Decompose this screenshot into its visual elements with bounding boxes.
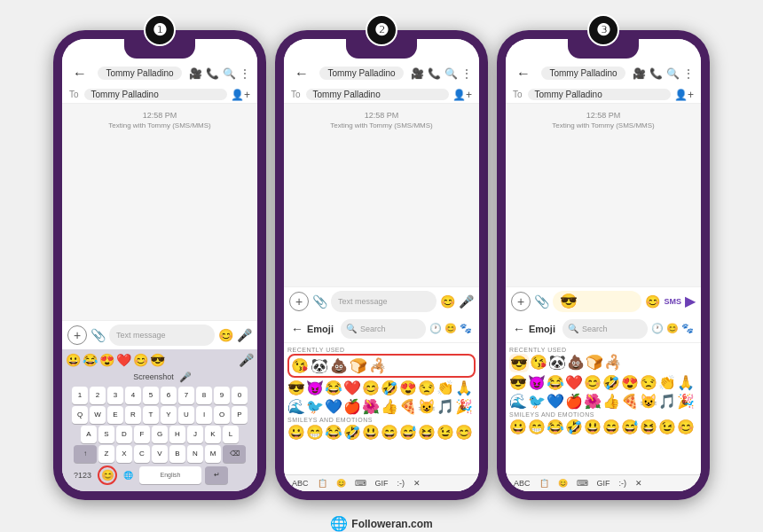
g3-17[interactable]: 🍕 bbox=[621, 393, 639, 410]
keyboard-tab-2[interactable]: ⌨ bbox=[352, 478, 369, 489]
key-s[interactable]: S bbox=[98, 426, 114, 443]
sm-1[interactable]: 😀 bbox=[287, 424, 305, 441]
abc-tab-3[interactable]: ABC bbox=[511, 478, 533, 489]
g3-15[interactable]: 🌺 bbox=[584, 393, 602, 410]
recent-emoji-5[interactable]: 🦂 bbox=[369, 357, 387, 374]
more-icon-1[interactable]: ⋮ bbox=[240, 67, 250, 80]
emoji-btn-1[interactable]: 😊 bbox=[218, 328, 233, 342]
eg-2[interactable]: 😈 bbox=[306, 379, 324, 396]
recent-emoji-1[interactable]: 😘 bbox=[291, 357, 309, 374]
sm3-6[interactable]: 😄 bbox=[602, 419, 620, 435]
close-tab-2[interactable]: ✕ bbox=[411, 478, 423, 489]
g3-2[interactable]: 😈 bbox=[528, 374, 546, 391]
sm3-8[interactable]: 😆 bbox=[640, 419, 657, 435]
g3-16[interactable]: 👍 bbox=[602, 393, 620, 410]
video-icon-1[interactable]: 🎥 bbox=[189, 67, 202, 80]
key-7[interactable]: 7 bbox=[178, 387, 194, 404]
eg-17[interactable]: 🍕 bbox=[399, 398, 417, 415]
recent-icon-3[interactable]: 🕐 bbox=[651, 323, 664, 334]
recent-emoji-h5[interactable]: 🍞 bbox=[586, 354, 603, 372]
eg-20[interactable]: 🎉 bbox=[455, 398, 473, 415]
globe-btn-1[interactable]: 🌐 bbox=[121, 470, 136, 481]
add-btn-1[interactable]: + bbox=[67, 325, 87, 345]
key-h[interactable]: H bbox=[169, 426, 185, 443]
key-z[interactable]: Z bbox=[98, 445, 114, 463]
text-field-3[interactable]: 😎 bbox=[553, 291, 641, 312]
add-recipient-icon-2[interactable]: 👤+ bbox=[452, 89, 472, 101]
eg-3[interactable]: 😂 bbox=[325, 379, 342, 396]
key-m[interactable]: M bbox=[205, 445, 221, 463]
key-w[interactable]: W bbox=[90, 406, 106, 424]
clipboard-tab-3[interactable]: 📋 bbox=[537, 478, 552, 489]
call-icon-2[interactable]: 📞 bbox=[428, 67, 441, 80]
eg-12[interactable]: 🐦 bbox=[306, 398, 324, 415]
sm-5[interactable]: 😃 bbox=[362, 424, 380, 441]
more-icon-2[interactable]: ⋮ bbox=[461, 67, 472, 80]
video-icon-2[interactable]: 🎥 bbox=[411, 67, 424, 80]
sm3-7[interactable]: 😅 bbox=[621, 419, 639, 435]
emoji-cat-icon-2[interactable]: 😊 bbox=[444, 323, 457, 334]
sm-10[interactable]: 😊 bbox=[455, 424, 473, 441]
recent-emoji-h6[interactable]: 🦂 bbox=[604, 354, 622, 372]
eg-19[interactable]: 🎵 bbox=[437, 398, 454, 415]
sm3-3[interactable]: 😂 bbox=[547, 419, 564, 435]
add-recipient-icon-1[interactable]: 👤+ bbox=[231, 89, 250, 101]
search-icon-2[interactable]: 🔍 bbox=[444, 67, 458, 80]
eg-9[interactable]: 👏 bbox=[437, 379, 454, 396]
eg-16[interactable]: 👍 bbox=[381, 398, 398, 415]
back-button-2[interactable]: ← bbox=[291, 64, 312, 83]
sm3-2[interactable]: 😁 bbox=[528, 419, 546, 435]
quick-emoji-5[interactable]: 😊 bbox=[133, 353, 148, 367]
eg-18[interactable]: 😺 bbox=[418, 398, 436, 415]
animal-cat-icon-2[interactable]: 🐾 bbox=[460, 323, 472, 334]
key-a[interactable]: A bbox=[81, 426, 97, 443]
recent-emoji-h1[interactable]: 😎 bbox=[509, 354, 529, 372]
key-x[interactable]: X bbox=[116, 445, 132, 463]
sticker-btn-2[interactable]: 📎 bbox=[312, 294, 327, 309]
g3-8[interactable]: 😒 bbox=[640, 374, 657, 391]
eg-10[interactable]: 🙏 bbox=[455, 379, 473, 396]
space-key-1[interactable]: English bbox=[139, 466, 201, 484]
close-tab-3[interactable]: ✕ bbox=[633, 478, 645, 489]
add-btn-3[interactable]: + bbox=[511, 292, 531, 311]
emoji-cat-icon-3[interactable]: 😊 bbox=[666, 323, 679, 334]
recent-emoji-h2[interactable]: 😘 bbox=[530, 354, 547, 372]
g3-12[interactable]: 🐦 bbox=[528, 393, 546, 410]
key-shift[interactable]: ↑ bbox=[74, 445, 97, 463]
emoji-back-2[interactable]: ← bbox=[291, 322, 303, 336]
key-t[interactable]: T bbox=[143, 406, 159, 424]
key-e[interactable]: E bbox=[107, 406, 123, 424]
key-backspace[interactable]: ⌫ bbox=[223, 445, 246, 463]
key-y[interactable]: Y bbox=[161, 406, 177, 424]
sym-btn-1[interactable]: ?123 bbox=[71, 470, 94, 481]
g3-18[interactable]: 😺 bbox=[640, 393, 657, 410]
search-icon-3[interactable]: 🔍 bbox=[666, 67, 680, 80]
animal-cat-icon-3[interactable]: 🐾 bbox=[681, 323, 694, 334]
keyboard-tab-3[interactable]: ⌨ bbox=[574, 478, 591, 489]
key-k[interactable]: K bbox=[205, 426, 221, 443]
key-q[interactable]: Q bbox=[72, 406, 88, 424]
quick-emoji-1[interactable]: 😀 bbox=[66, 353, 81, 367]
eg-4[interactable]: ❤️ bbox=[343, 379, 361, 396]
eg-13[interactable]: 💙 bbox=[325, 398, 342, 415]
sm-7[interactable]: 😅 bbox=[399, 424, 417, 441]
call-icon-1[interactable]: 📞 bbox=[206, 67, 219, 80]
recent-emoji-3[interactable]: 💩 bbox=[330, 357, 348, 374]
key-j[interactable]: J bbox=[187, 426, 203, 443]
emoji-tab-2[interactable]: 😊 bbox=[334, 478, 349, 489]
eg-1[interactable]: 😎 bbox=[287, 379, 305, 396]
key-c[interactable]: C bbox=[134, 445, 150, 463]
key-i[interactable]: I bbox=[196, 406, 212, 424]
emoji-tab-3[interactable]: 😊 bbox=[555, 478, 570, 489]
sm3-5[interactable]: 😃 bbox=[584, 419, 602, 435]
quick-emoji-2[interactable]: 😂 bbox=[83, 353, 98, 367]
sm-6[interactable]: 😄 bbox=[381, 424, 398, 441]
search-icon-1[interactable]: 🔍 bbox=[223, 67, 236, 80]
contact-chip-3[interactable]: Tommy Palladino bbox=[541, 66, 625, 80]
key-3[interactable]: 3 bbox=[107, 387, 123, 404]
quick-emoji-3[interactable]: 😍 bbox=[99, 353, 114, 367]
key-8[interactable]: 8 bbox=[196, 387, 212, 404]
sm-2[interactable]: 😁 bbox=[306, 424, 324, 441]
key-0[interactable]: 0 bbox=[232, 387, 248, 404]
gif-tab-3[interactable]: GIF bbox=[594, 478, 613, 489]
